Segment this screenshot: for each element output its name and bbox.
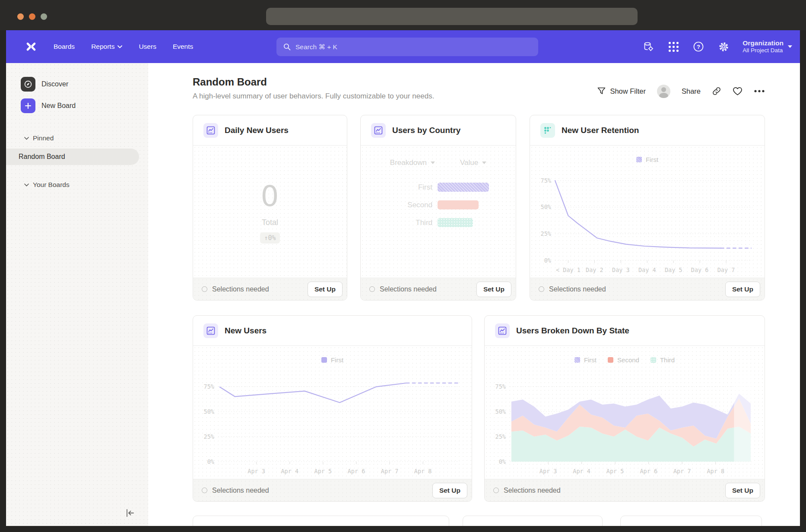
apps-grid-icon[interactable] bbox=[667, 41, 679, 53]
card-users-by-country: Users by Country Breakdown Value First S… bbox=[360, 115, 516, 301]
svg-text:25%: 25% bbox=[204, 433, 214, 440]
status-circle-icon bbox=[369, 286, 375, 292]
card-title: Daily New Users bbox=[225, 126, 289, 135]
more-options-icon[interactable] bbox=[754, 89, 765, 93]
window-minimize-button[interactable] bbox=[29, 13, 35, 20]
breakdown-dropdown[interactable]: Breakdown bbox=[390, 158, 435, 167]
status-selections-needed: Selections needed bbox=[202, 487, 269, 494]
card-title: New Users bbox=[225, 326, 267, 336]
app-window: Boards Reports Users Events Search ⌘ + K bbox=[6, 30, 800, 526]
svg-text:Day 2: Day 2 bbox=[586, 266, 603, 273]
status-circle-icon bbox=[493, 488, 499, 493]
bar-label: Second bbox=[373, 201, 432, 209]
browser-titlebar bbox=[0, 0, 806, 30]
svg-text:50%: 50% bbox=[541, 203, 551, 210]
card-active-users: Active Users bbox=[620, 516, 762, 526]
plus-icon bbox=[21, 98, 35, 113]
svg-text:Day 7: Day 7 bbox=[717, 266, 735, 273]
sidebar-item-discover[interactable]: Discover bbox=[21, 75, 148, 93]
nav-item-users[interactable]: Users bbox=[139, 43, 156, 51]
svg-text:Apr 5: Apr 5 bbox=[314, 468, 332, 475]
chevron-down-icon bbox=[431, 162, 435, 164]
help-icon[interactable]: ? bbox=[692, 41, 704, 53]
board-link-label: Random Board bbox=[19, 153, 65, 161]
svg-text:Apr 8: Apr 8 bbox=[414, 468, 432, 475]
svg-text:Apr 6: Apr 6 bbox=[348, 468, 365, 475]
data-management-icon[interactable] bbox=[642, 41, 654, 53]
svg-text:Apr 4: Apr 4 bbox=[573, 468, 590, 475]
bar-third bbox=[438, 218, 473, 227]
card-users-by-state: Users Broken Down By State First Second … bbox=[484, 315, 765, 502]
chart-legend: First Second Third bbox=[485, 356, 765, 364]
bar-row-second: Second bbox=[361, 196, 516, 214]
status-selections-needed: Selections needed bbox=[493, 487, 561, 494]
nav-item-boards[interactable]: Boards bbox=[54, 43, 75, 51]
metric-label: Total bbox=[262, 218, 278, 227]
copy-link-icon[interactable] bbox=[712, 86, 721, 96]
org-name: Organization bbox=[743, 39, 784, 47]
bar-second bbox=[438, 200, 479, 209]
status-circle-icon bbox=[202, 286, 207, 292]
mixpanel-logo-icon[interactable] bbox=[23, 39, 39, 54]
svg-text:Day 3: Day 3 bbox=[612, 266, 630, 273]
section-label: Your Boards bbox=[33, 181, 70, 189]
search-input[interactable]: Search ⌘ + K bbox=[276, 38, 538, 56]
svg-text:Apr 7: Apr 7 bbox=[381, 468, 399, 475]
line-chart-icon bbox=[495, 323, 510, 338]
line-chart-icon bbox=[371, 123, 386, 138]
set-up-button[interactable]: Set Up bbox=[725, 483, 760, 498]
favorite-heart-icon[interactable] bbox=[733, 87, 743, 96]
line-chart-icon bbox=[203, 323, 218, 338]
chevron-down-icon bbox=[24, 184, 29, 187]
legend-swatch-first bbox=[574, 357, 580, 363]
settings-gear-icon[interactable] bbox=[717, 41, 730, 53]
card-insights-report: Insights Report bbox=[463, 516, 603, 526]
show-filter-button[interactable]: Show Filter bbox=[597, 87, 646, 95]
status-circle-icon bbox=[539, 286, 544, 292]
top-nav: Boards Reports Users Events Search ⌘ + K bbox=[6, 30, 800, 63]
compass-icon bbox=[21, 77, 35, 92]
sidebar-item-random-board[interactable]: Random Board bbox=[6, 149, 139, 165]
browser-address-bar[interactable] bbox=[266, 8, 638, 25]
svg-text:75%: 75% bbox=[541, 177, 551, 184]
status-selections-needed: Selections needed bbox=[202, 285, 269, 293]
svg-text:25%: 25% bbox=[541, 230, 551, 237]
section-label: Pinned bbox=[33, 134, 54, 142]
sidebar-collapse-button[interactable] bbox=[124, 507, 136, 519]
window-close-button[interactable] bbox=[17, 13, 24, 20]
set-up-button[interactable]: Set Up bbox=[308, 282, 343, 297]
set-up-button[interactable]: Set Up bbox=[432, 483, 467, 498]
sidebar-section-pinned[interactable]: Pinned bbox=[24, 134, 148, 142]
svg-text:?: ? bbox=[697, 44, 700, 50]
stacked-area-chart: 0%25%50%75%Apr 3Apr 4Apr 5Apr 6Apr 7Apr … bbox=[490, 368, 758, 475]
legend-swatch-first bbox=[321, 357, 327, 363]
status-selections-needed: Selections needed bbox=[369, 285, 437, 293]
sidebar: Discover New Board Pinned Random Board Y… bbox=[6, 63, 148, 526]
nav-item-reports[interactable]: Reports bbox=[91, 43, 122, 51]
set-up-button[interactable]: Set Up bbox=[476, 282, 511, 297]
chart-legend: First bbox=[193, 356, 472, 364]
nav-item-events[interactable]: Events bbox=[173, 43, 193, 51]
chevron-down-icon bbox=[24, 137, 29, 140]
set-up-button[interactable]: Set Up bbox=[725, 282, 760, 297]
chart-legend: First bbox=[530, 156, 765, 163]
board-main: Random Board A high-level summary of use… bbox=[148, 63, 800, 526]
share-button[interactable]: Share bbox=[682, 87, 701, 95]
page-title: Random Board bbox=[193, 76, 434, 88]
bar-row-first: First bbox=[361, 178, 516, 196]
value-dropdown[interactable]: Value bbox=[460, 158, 486, 167]
svg-text:Apr 3: Apr 3 bbox=[539, 468, 557, 475]
sidebar-item-label: New Board bbox=[41, 102, 76, 110]
window-zoom-button[interactable] bbox=[41, 13, 47, 20]
sidebar-section-your-boards[interactable]: Your Boards bbox=[24, 180, 148, 189]
card-title: Users Broken Down By State bbox=[516, 326, 629, 336]
org-switcher[interactable]: Organization All Project Data bbox=[743, 39, 792, 54]
chevron-down-icon bbox=[117, 45, 122, 48]
avatar[interactable] bbox=[657, 85, 670, 98]
svg-text:75%: 75% bbox=[204, 383, 214, 390]
svg-text:75%: 75% bbox=[495, 383, 506, 390]
status-circle-icon bbox=[202, 488, 207, 493]
sidebar-item-new-board[interactable]: New Board bbox=[21, 97, 148, 115]
svg-text:Apr 6: Apr 6 bbox=[640, 468, 657, 475]
svg-text:Apr 3: Apr 3 bbox=[248, 468, 265, 475]
